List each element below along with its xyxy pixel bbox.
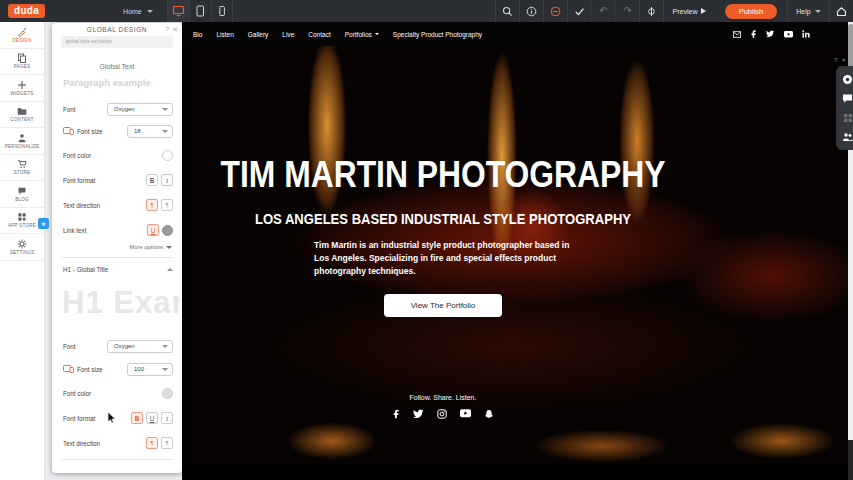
hero-social-icons bbox=[182, 409, 704, 420]
home-icon bbox=[836, 6, 847, 17]
app-window: duda Home bbox=[0, 0, 853, 480]
info-button[interactable] bbox=[519, 0, 543, 22]
sidebar-item-widgets[interactable]: WIDGETS bbox=[0, 75, 44, 102]
h1-font-color-row: Font color bbox=[63, 386, 173, 400]
mobile-view-button[interactable] bbox=[211, 0, 233, 22]
tablet-icon bbox=[194, 5, 206, 17]
h1-rtl-button[interactable]: ¶ bbox=[161, 437, 173, 449]
hero-title: TIM MARTIN PHOTOGRAPHY bbox=[219, 154, 668, 196]
comments-button[interactable] bbox=[839, 90, 853, 107]
youtube-icon[interactable] bbox=[784, 31, 793, 38]
email-icon[interactable] bbox=[733, 31, 741, 38]
sidebar-item-content[interactable]: CONTENT bbox=[0, 102, 44, 129]
sidebar-item-label: BLOG bbox=[15, 197, 29, 202]
chevron-down-icon bbox=[375, 33, 379, 35]
page-selector[interactable]: Home bbox=[123, 8, 153, 15]
ltr-button[interactable]: ¶ bbox=[146, 199, 158, 211]
mouse-cursor bbox=[107, 411, 116, 424]
close-icon[interactable]: ✕ bbox=[173, 26, 178, 34]
undo-button[interactable]: ↶ bbox=[591, 0, 615, 22]
team-button[interactable] bbox=[839, 128, 853, 145]
nav-item-portfolios[interactable]: Portfolios bbox=[345, 31, 379, 38]
page-selector-label: Home bbox=[123, 8, 142, 15]
dev-mode-button[interactable] bbox=[639, 0, 663, 22]
snapchat-icon[interactable] bbox=[484, 409, 494, 420]
nav-item-bio[interactable]: Bio bbox=[193, 31, 202, 38]
sidebar-item-store[interactable]: STORE bbox=[0, 155, 44, 182]
rtl-button[interactable]: ¶ bbox=[161, 199, 173, 211]
sidebar-item-design[interactable]: DESIGN bbox=[0, 22, 44, 49]
hero-content: TIM MARTIN PHOTOGRAPHY LOS ANGELES BASED… bbox=[182, 46, 704, 317]
sidebar-item-pages[interactable]: PAGES bbox=[0, 49, 44, 76]
preview-button[interactable]: Preview bbox=[663, 0, 715, 22]
info-icon bbox=[526, 6, 537, 17]
youtube-icon[interactable] bbox=[460, 409, 471, 418]
dashboard-home-button[interactable] bbox=[829, 0, 853, 22]
panel-title: GLOBAL DESIGN bbox=[87, 26, 147, 33]
topbar: duda Home bbox=[0, 0, 853, 22]
more-options-link[interactable]: More options bbox=[129, 244, 172, 250]
redo-button[interactable]: ↷ bbox=[615, 0, 639, 22]
apps-button[interactable] bbox=[839, 109, 853, 126]
tablet-view-button[interactable] bbox=[189, 0, 211, 22]
sidebar-item-label: DESIGN bbox=[13, 38, 32, 43]
app-store-notification-badge: ★ bbox=[38, 218, 49, 229]
font-select[interactable]: Oxygen bbox=[107, 103, 173, 116]
nav-item-specialty[interactable]: Specialty Product Photography bbox=[393, 31, 482, 38]
h1-sample: H1 Example bbox=[62, 285, 180, 321]
view-portfolio-button[interactable]: View The Portfolio bbox=[384, 294, 503, 317]
font-color-swatch[interactable] bbox=[162, 150, 173, 161]
nav-item-listen[interactable]: Listen bbox=[216, 31, 233, 38]
float-help-icon[interactable]: ? bbox=[834, 57, 837, 63]
style-note: global style set below. bbox=[61, 36, 173, 48]
nav-item-live[interactable]: Live bbox=[282, 31, 294, 38]
chevron-down-icon bbox=[815, 10, 821, 13]
nav-item-contact[interactable]: Contact bbox=[308, 31, 330, 38]
hero-social-section: Follow. Share. Listen. bbox=[182, 394, 704, 420]
h1-font-format-row: Font format B U I bbox=[63, 411, 173, 425]
panel-help-icon[interactable]: ? bbox=[166, 26, 169, 32]
play-icon bbox=[701, 8, 706, 14]
h1-font-color-swatch[interactable] bbox=[162, 388, 173, 399]
preview-label: Preview bbox=[673, 8, 698, 15]
save-confirm-button[interactable] bbox=[567, 0, 591, 22]
bold-button[interactable]: B bbox=[146, 174, 158, 186]
preview-capture-button[interactable] bbox=[839, 71, 853, 88]
facebook-icon[interactable] bbox=[392, 409, 400, 419]
italic-button[interactable]: I bbox=[161, 174, 173, 186]
gear-icon bbox=[17, 239, 27, 249]
chevron-down-icon bbox=[162, 130, 168, 133]
twitter-icon[interactable] bbox=[766, 30, 775, 38]
linkedin-icon[interactable] bbox=[802, 30, 810, 38]
person-icon bbox=[17, 133, 27, 143]
search-button[interactable] bbox=[495, 0, 519, 22]
text-direction-row: Text direction ¶ ¶ bbox=[63, 198, 173, 212]
h1-underline-button[interactable]: U bbox=[146, 412, 158, 424]
hero-section: TIM MARTIN PHOTOGRAPHY LOS ANGELES BASED… bbox=[182, 46, 848, 464]
sidebar-item-blog[interactable]: BLOG bbox=[0, 181, 44, 208]
h1-font-select[interactable]: Oxygen bbox=[107, 340, 173, 353]
desktop-view-button[interactable] bbox=[167, 0, 189, 22]
publish-button[interactable]: Publish bbox=[725, 4, 778, 19]
h1-ltr-button[interactable]: ¶ bbox=[146, 437, 158, 449]
sidebar-item-settings[interactable]: SETTINGS bbox=[0, 234, 44, 261]
nav-item-gallery[interactable]: Gallery bbox=[248, 31, 269, 38]
help-menu[interactable]: Help bbox=[787, 0, 829, 22]
duda-logo[interactable]: duda bbox=[8, 4, 45, 18]
scrollbar-end bbox=[848, 440, 853, 480]
font-size-select[interactable]: 18 bbox=[127, 125, 173, 138]
h1-section-header[interactable]: H1 - Global Title bbox=[63, 266, 173, 273]
status-button[interactable] bbox=[543, 0, 567, 22]
grid-icon bbox=[843, 113, 853, 123]
twitter-icon[interactable] bbox=[413, 409, 424, 419]
link-color-swatch[interactable] bbox=[162, 225, 173, 236]
instagram-icon[interactable] bbox=[437, 409, 447, 419]
divider bbox=[61, 257, 173, 258]
h1-font-size-select[interactable]: 100 bbox=[127, 363, 173, 376]
h1-bold-button[interactable]: B bbox=[131, 412, 143, 424]
float-close-icon[interactable]: ✕ bbox=[841, 57, 846, 63]
sidebar-item-personalize[interactable]: PERSONALIZE bbox=[0, 128, 44, 155]
h1-italic-button[interactable]: I bbox=[161, 412, 173, 424]
facebook-icon[interactable] bbox=[750, 30, 757, 38]
link-underline-button[interactable]: U bbox=[147, 224, 159, 236]
